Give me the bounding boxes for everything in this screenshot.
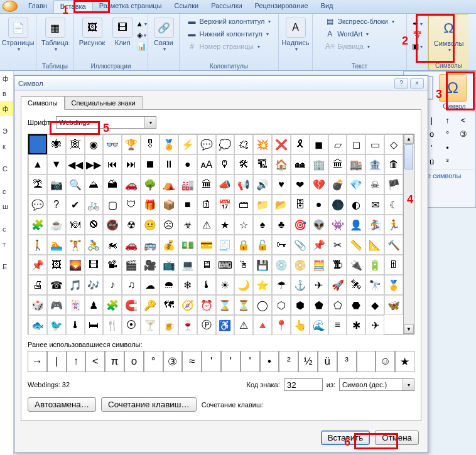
symbol-cell[interactable]: 💰 (160, 235, 178, 255)
symbol-cell[interactable]: 🚶 (28, 235, 47, 255)
office-button[interactable] (3, 1, 18, 12)
symbol-cell[interactable]: 💥 (253, 134, 272, 154)
symbol-cell[interactable]: ⏹ (141, 154, 160, 174)
symbol-cell[interactable]: 🔺 (253, 315, 272, 335)
symbol-cell[interactable]: ❄ (178, 275, 197, 295)
symbol-cell[interactable]: ♪ (103, 275, 122, 295)
symbol-cell[interactable]: 🚌 (141, 235, 160, 255)
symbol-cell[interactable]: 🏬 (347, 154, 365, 174)
chart-icon[interactable]: 📊 (136, 41, 146, 51)
symbol-cell[interactable]: 🎁 (141, 195, 160, 215)
symbol-cell[interactable]: 📀 (291, 255, 310, 275)
symbol-cell[interactable]: 👽 (310, 215, 328, 235)
symbol-cell[interactable]: 🌡 (66, 315, 85, 335)
symbol-cell[interactable]: 🏘 (291, 154, 310, 174)
symbol-cell[interactable]: 💬 (28, 195, 47, 215)
grid-scrollbar[interactable]: ▲ ▼ (403, 134, 414, 334)
signature-icon[interactable]: ✒▾ (413, 19, 423, 29)
symbol-cell[interactable]: 🔌 (347, 255, 365, 275)
recent-symbol-cell[interactable]: ο (124, 351, 144, 372)
tab-symbols[interactable]: Символы (21, 96, 65, 110)
symbol-cell[interactable]: 🐟 (28, 315, 47, 335)
symbol-cell[interactable]: 🍺 (160, 315, 178, 335)
symbol-cell[interactable]: 🏭 (178, 174, 197, 195)
picture-button[interactable]: 🖼 Рисунок (75, 15, 109, 51)
ribbon-tab-layout[interactable]: Разметка страницы (93, 0, 168, 13)
symbol-cell[interactable]: 🕸 (66, 134, 85, 154)
flyout-symbol-cell[interactable]: ③ (456, 127, 470, 140)
symbol-cell[interactable]: 📎 (291, 235, 310, 255)
symbol-cell[interactable]: ☣ (178, 215, 197, 235)
symbol-cell[interactable]: ▲ (28, 154, 47, 174)
from-dropdown-button[interactable]: ▾ (403, 379, 414, 390)
ribbon-tab-home[interactable]: Главн (22, 0, 53, 13)
recent-symbol-cell[interactable]: ★ (395, 351, 414, 372)
symbol-cell[interactable]: ☀ (216, 275, 235, 295)
symbol-cell[interactable]: 📁 (253, 195, 272, 215)
symbol-cell[interactable]: ⬣ (347, 295, 365, 315)
symbol-cell[interactable]: ■ (178, 195, 197, 215)
recent-symbol-cell[interactable]: ü (318, 351, 337, 372)
symbol-cell[interactable]: 👓 (103, 134, 122, 154)
symbol-cell[interactable]: 🏠 (272, 154, 291, 174)
symbol-cell[interactable]: 🛇 (85, 215, 104, 235)
symbol-cell[interactable]: 💭 (216, 134, 235, 154)
symbol-cell[interactable]: 🗜 (328, 255, 347, 275)
symbol-cell[interactable]: 🧾 (216, 235, 235, 255)
flyout-symbol-cell[interactable]: • (440, 141, 455, 154)
symbol-cell[interactable]: 🚴 (85, 235, 104, 255)
symbol-cell[interactable]: 🔊 (253, 174, 272, 195)
symbol-cell[interactable]: ⚠ (197, 215, 216, 235)
symbol-cell[interactable]: ? (47, 195, 66, 215)
symbol-cell[interactable]: 🦋 (384, 295, 403, 315)
datetime-icon[interactable]: 📅 (413, 30, 423, 40)
recent-symbol-cell[interactable]: • (260, 351, 279, 372)
symbol-cell[interactable]: 🏗 (253, 154, 272, 174)
symbol-cell[interactable]: 📌 (28, 255, 47, 275)
symbol-cell[interactable]: 🏋 (66, 235, 85, 255)
symbol-cell[interactable]: ♥ (272, 174, 291, 195)
symbol-cell[interactable]: ● (178, 154, 197, 174)
symbol-cell[interactable]: 📏 (347, 235, 365, 255)
recent-symbol-cell[interactable]: ↑ (67, 351, 86, 372)
symbol-cell[interactable]: 🏃 (384, 215, 403, 235)
symbol-cell[interactable]: 💎 (347, 174, 365, 195)
symbol-cell[interactable]: ⬡ (272, 295, 291, 315)
symbol-cell[interactable]: 🌄 (66, 255, 85, 275)
symbol-cell[interactable]: 🖥 (197, 255, 216, 275)
symbol-cell[interactable]: ⭐ (253, 275, 272, 295)
symbol-cell[interactable]: 📽 (103, 255, 122, 275)
footer-button[interactable]: ▬Нижний колонтитул▾ (185, 28, 274, 40)
shortcut-key-button[interactable]: Сочетание клавиш… (101, 397, 197, 412)
shapes-icon[interactable]: ▲▾ (136, 19, 146, 29)
symbol-cell[interactable]: ✈ (365, 315, 384, 335)
from-combo[interactable]: ▾ (339, 378, 414, 391)
symbol-cell[interactable]: ⦿ (122, 315, 141, 335)
symbol-cell[interactable]: 🌙 (234, 275, 253, 295)
symbol-cell[interactable]: ⛺ (160, 174, 178, 195)
symbol-cell[interactable]: 📢 (234, 174, 253, 195)
scroll-thumb[interactable] (404, 144, 413, 169)
scroll-down-button[interactable]: ▼ (404, 324, 414, 334)
symbol-cell[interactable]: 🎬 (122, 255, 141, 275)
symbol-cell[interactable]: ♠ (253, 215, 272, 235)
dropcap-button[interactable]: A≡Буквица▾ (322, 40, 397, 53)
symbol-cell[interactable]: 🎲 (28, 295, 47, 315)
symbol-cell[interactable]: ♫ (122, 275, 141, 295)
symbol-cell[interactable]: 🎗 (291, 134, 310, 154)
recent-symbol-cell[interactable]: ' (221, 351, 241, 372)
symbol-cell[interactable]: 🌳 (141, 174, 160, 195)
table-button[interactable]: ▦ Таблица▾ (38, 15, 72, 55)
symbol-cell[interactable]: ⌛ (216, 295, 235, 315)
symbol-cell[interactable]: 🏂 (365, 215, 384, 235)
symbol-cell[interactable]: ▢ (103, 195, 122, 215)
symbol-cell[interactable]: ⚠ (234, 315, 253, 335)
symbol-cell[interactable]: ◻ (347, 134, 365, 154)
symbol-cell[interactable]: ⏭ (122, 154, 141, 174)
symbol-cell[interactable]: 🎞 (85, 255, 104, 275)
symbol-cell[interactable]: ⬟ (310, 295, 328, 315)
symbol-cell[interactable]: 🗯 (234, 134, 253, 154)
symbol-cell[interactable]: 🔍 (66, 174, 85, 195)
symbol-cell[interactable]: ✂ (328, 235, 347, 255)
symbol-cell[interactable]: 🚗 (122, 235, 141, 255)
